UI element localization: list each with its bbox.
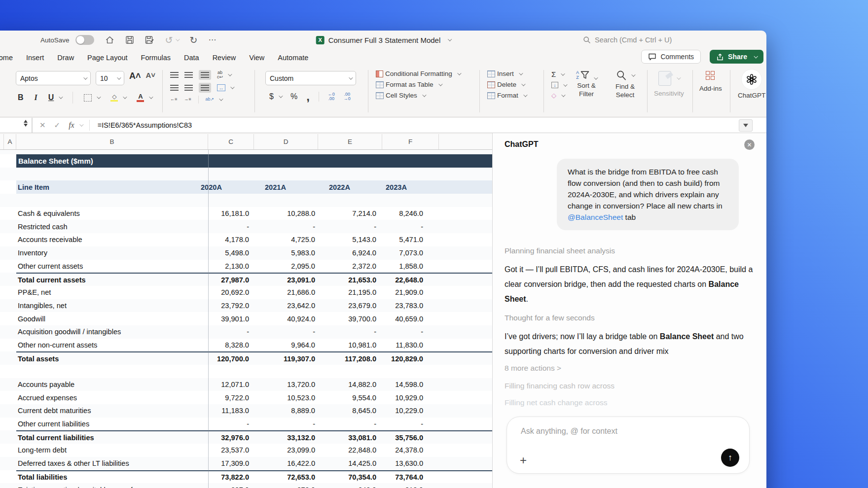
column-header-c[interactable]: C bbox=[208, 134, 254, 149]
undo-caret-icon[interactable] bbox=[176, 37, 180, 41]
number-format-select[interactable]: Custom bbox=[265, 71, 356, 85]
ribbon-tab-insert[interactable]: Insert bbox=[26, 54, 44, 62]
autosum-button[interactable]: Σ bbox=[551, 70, 566, 78]
column-header-e[interactable]: E bbox=[318, 134, 382, 149]
home-icon[interactable] bbox=[105, 35, 114, 44]
decrease-font-icon[interactable]: A˅ bbox=[146, 71, 156, 85]
delete-cells-button[interactable]: Delete bbox=[487, 81, 526, 88]
save-icon[interactable] bbox=[125, 35, 134, 44]
fill-down-button[interactable]: ↓ bbox=[551, 82, 566, 88]
format-as-table-button[interactable]: Format as Table bbox=[376, 81, 460, 88]
ribbon-tab-data[interactable]: Data bbox=[184, 54, 199, 62]
clear-button[interactable]: ◇ bbox=[551, 92, 566, 99]
insert-function-icon[interactable]: fx bbox=[69, 121, 82, 130]
sheet-row[interactable]: Total current assets27,987.023,091.021,6… bbox=[0, 273, 492, 286]
save-as-icon[interactable] bbox=[145, 35, 154, 44]
align-top-icon[interactable] bbox=[170, 72, 179, 78]
sheet-row[interactable]: Acquisition goodwill / intangibles---- bbox=[0, 325, 492, 339]
assistant-status-thought[interactable]: Thought for a few seconds bbox=[505, 314, 755, 322]
ribbon-tab-review[interactable]: Review bbox=[213, 54, 236, 62]
chatgpt-ribbon-button[interactable]: ChatGPT bbox=[738, 70, 765, 99]
sheet-row[interactable] bbox=[0, 194, 492, 207]
autosave-toggle[interactable] bbox=[75, 35, 94, 45]
sheet-row[interactable]: Total assets120,700.0119,307.0117,208.01… bbox=[0, 351, 492, 365]
column-header-g[interactable] bbox=[439, 134, 492, 149]
increase-indent-icon[interactable]: →≡ bbox=[184, 97, 191, 102]
cell-styles-button[interactable]: Cell Styles bbox=[376, 92, 460, 99]
addins-button[interactable]: Add-ins bbox=[699, 71, 722, 92]
italic-button[interactable]: I bbox=[35, 93, 37, 102]
sheet-row[interactable] bbox=[0, 168, 492, 181]
sheet-row[interactable]: Long-term debt23,537.023,099.022,848.024… bbox=[0, 444, 492, 457]
font-color-button[interactable]: A bbox=[137, 93, 152, 102]
format-cells-button[interactable]: Format bbox=[487, 92, 526, 99]
font-name-select[interactable]: Aptos bbox=[16, 71, 91, 85]
redo-icon[interactable]: ↻ bbox=[189, 35, 197, 45]
formula-text[interactable]: =IS!E6/365*Assumptions!C83 bbox=[98, 121, 192, 129]
sheet-row[interactable]: Accounts payable12,071.013,720.014,882.0… bbox=[0, 378, 492, 391]
document-title[interactable]: X Consumer Full 3 Statement Model bbox=[316, 36, 451, 44]
borders-button[interactable] bbox=[84, 94, 100, 102]
search-field[interactable]: Search (Cmd + Ctrl + U) bbox=[583, 36, 672, 44]
underline-button[interactable]: U bbox=[48, 93, 62, 102]
sheet-row[interactable]: Other current liabilities---- bbox=[0, 418, 492, 431]
percent-format-icon[interactable]: % bbox=[290, 92, 297, 101]
insert-cells-button[interactable]: Insert bbox=[487, 70, 526, 77]
more-commands-icon[interactable]: ⋯ bbox=[208, 36, 216, 44]
align-right-icon[interactable] bbox=[199, 83, 211, 93]
sheet-row[interactable]: Accounts receivable4,178.04,725.05,143.0… bbox=[0, 233, 492, 246]
orientation-icon[interactable]: ab↗ bbox=[206, 97, 222, 102]
font-size-select[interactable]: 10 bbox=[96, 71, 124, 85]
sheet-row[interactable] bbox=[0, 150, 492, 154]
ribbon-tab-formulas[interactable]: Formulas bbox=[141, 54, 171, 62]
ribbon-tab-page-layout[interactable]: Page Layout bbox=[87, 54, 127, 62]
sheet-row[interactable]: Total current liabilities32,976.033,132.… bbox=[0, 430, 492, 444]
title-chevron-down-icon[interactable] bbox=[447, 37, 451, 41]
increase-font-icon[interactable]: A˄ bbox=[129, 71, 141, 85]
column-header-a[interactable]: A bbox=[4, 134, 16, 149]
bold-button[interactable]: B bbox=[18, 93, 24, 102]
wrap-text-icon[interactable]: abc↩ bbox=[217, 70, 231, 80]
send-button[interactable]: ↑ bbox=[721, 449, 739, 467]
name-box[interactable] bbox=[0, 118, 33, 133]
balance-sheet-mention-link[interactable]: @BalanceSheet bbox=[568, 213, 623, 221]
column-header-d[interactable]: D bbox=[254, 134, 318, 149]
sheet-row[interactable]: Line Item2020A2021A2022A2023A bbox=[0, 180, 492, 194]
ribbon-tab-draw[interactable]: Draw bbox=[57, 54, 74, 62]
sheet-row[interactable]: Intangibles, net23,792.023,642.023,679.0… bbox=[0, 299, 492, 313]
align-center-icon[interactable] bbox=[184, 85, 193, 91]
sheet-row[interactable]: Cash & equivalents16,181.010,288.07,214.… bbox=[0, 207, 492, 220]
increase-decimal-icon[interactable]: ←0 .00 bbox=[328, 92, 335, 102]
align-bottom-icon[interactable] bbox=[199, 70, 211, 80]
more-actions-link[interactable]: 8 more actions > bbox=[505, 364, 561, 373]
panel-close-icon[interactable]: ✕ bbox=[744, 139, 755, 150]
decrease-indent-icon[interactable]: ←≡ bbox=[170, 97, 177, 102]
merge-center-icon[interactable]: ↔ bbox=[217, 84, 233, 91]
ribbon-tab-view[interactable]: View bbox=[249, 54, 264, 62]
column-header-f[interactable]: F bbox=[382, 134, 439, 149]
sheet-row[interactable] bbox=[0, 365, 492, 378]
find-select-button[interactable]: Find & Select bbox=[615, 70, 635, 100]
share-button[interactable]: Share bbox=[710, 50, 763, 64]
sheet-row[interactable]: Other non-current assets8,328.09,964.010… bbox=[0, 339, 492, 352]
sheet-row[interactable]: Existing operating / capital leases of88… bbox=[0, 483, 492, 488]
sheet-row[interactable]: Goodwill39,901.040,924.039,700.040,659.0 bbox=[0, 312, 492, 325]
fill-color-button[interactable]: ◇ bbox=[110, 94, 126, 102]
sheet-row[interactable]: Accrued expenses9,722.010,523.09,554.010… bbox=[0, 391, 492, 404]
sheet-row[interactable]: PP&E, net20,692.021,686.021,195.021,909.… bbox=[0, 286, 492, 299]
align-left-icon[interactable] bbox=[170, 85, 179, 91]
sheet-row[interactable]: Inventory5,498.05,983.06,924.07,073.0 bbox=[0, 246, 492, 260]
comments-button[interactable]: Comments bbox=[641, 50, 701, 64]
sheet-row[interactable]: Current debt maturities11,183.08,889.08,… bbox=[0, 404, 492, 418]
conditional-formatting-button[interactable]: Conditional Formatting bbox=[376, 70, 460, 77]
align-middle-icon[interactable] bbox=[184, 72, 193, 78]
sheet-row[interactable]: Deferred taxes & other LT liabilities17,… bbox=[0, 457, 492, 470]
confirm-formula-icon[interactable]: ✓ bbox=[54, 121, 61, 130]
cancel-formula-icon[interactable]: ✕ bbox=[39, 121, 46, 130]
sheet-row[interactable]: Balance Sheet ($mm) bbox=[0, 154, 492, 168]
ribbon-tab-home[interactable]: Home bbox=[0, 54, 13, 62]
chat-input[interactable]: Ask anything, @ for context + ↑ bbox=[506, 417, 750, 474]
undo-icon[interactable]: ↺ bbox=[165, 35, 179, 45]
decrease-decimal-icon[interactable]: .00 →0 bbox=[344, 92, 351, 102]
ribbon-tab-automate[interactable]: Automate bbox=[278, 54, 308, 62]
